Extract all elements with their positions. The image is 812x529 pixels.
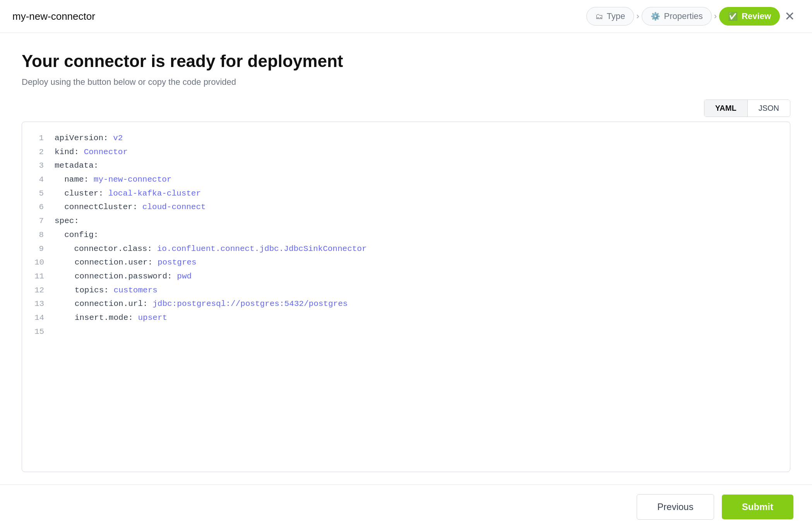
code-container[interactable]: 1 apiVersion: v2 2 kind: Connector 3 met… — [22, 122, 790, 472]
code-line-1: 1 apiVersion: v2 — [34, 131, 778, 145]
previous-button[interactable]: Previous — [637, 494, 714, 520]
code-line-3: 3 metadata: — [34, 159, 778, 173]
line-num-13: 13 — [34, 297, 55, 311]
code-line-12: 12 topics: customers — [34, 283, 778, 297]
line-num-2: 2 — [34, 145, 55, 159]
code-line-10: 10 connection.user: postgres — [34, 256, 778, 270]
line-content-5: cluster: local-kafka-cluster — [55, 187, 201, 201]
connector-title: my-new-connector — [12, 10, 95, 22]
code-line-8: 8 config: — [34, 228, 778, 242]
line-num-11: 11 — [34, 270, 55, 283]
json-button[interactable]: JSON — [748, 100, 790, 117]
line-num-15: 15 — [34, 325, 55, 339]
chevron-icon-2: › — [714, 11, 717, 21]
line-num-7: 7 — [34, 214, 55, 228]
step-review-label: Review — [742, 11, 771, 21]
submit-button[interactable]: Submit — [722, 495, 793, 519]
line-content-3: metadata: — [55, 159, 98, 173]
line-num-5: 5 — [34, 187, 55, 201]
line-num-14: 14 — [34, 311, 55, 325]
step-review[interactable]: ✅ Review — [719, 7, 780, 26]
gear-icon: ⚙️ — [651, 12, 660, 21]
page-subtitle: Deploy using the button below or copy th… — [22, 77, 790, 87]
line-num-8: 8 — [34, 228, 55, 242]
line-content-11: connection.password: pwd — [55, 270, 192, 283]
line-content-10: connection.user: postgres — [55, 256, 196, 270]
line-content-12: topics: customers — [55, 283, 158, 297]
code-line-15: 15 — [34, 325, 778, 339]
chevron-icon-1: › — [636, 11, 639, 21]
line-num-4: 4 — [34, 173, 55, 187]
code-line-11: 11 connection.password: pwd — [34, 270, 778, 283]
code-line-4: 4 name: my-new-connector — [34, 173, 778, 187]
step-type-label: Type — [607, 11, 625, 21]
line-num-6: 6 — [34, 200, 55, 214]
line-content-7: spec: — [55, 214, 79, 228]
line-content-8: config: — [55, 228, 98, 242]
code-line-9: 9 connector.class: io.confluent.connect.… — [34, 242, 778, 256]
code-line-6: 6 connectCluster: cloud-connect — [34, 200, 778, 214]
header: my-new-connector 🗂 Type › ⚙️ Properties … — [0, 0, 812, 33]
close-button[interactable]: ✕ — [780, 9, 800, 24]
format-toggle: YAML JSON — [704, 100, 790, 117]
line-num-10: 10 — [34, 256, 55, 270]
check-circle-icon: ✅ — [728, 12, 738, 21]
line-content-13: connection.url: jdbc:postgresql://postgr… — [55, 297, 348, 311]
line-content-14: insert.mode: upsert — [55, 311, 167, 325]
line-num-1: 1 — [34, 131, 55, 145]
code-line-14: 14 insert.mode: upsert — [34, 311, 778, 325]
line-num-3: 3 — [34, 159, 55, 173]
line-content-2: kind: Connector — [55, 145, 128, 159]
code-line-2: 2 kind: Connector — [34, 145, 778, 159]
main-content: Your connector is ready for deployment D… — [0, 33, 812, 484]
step-properties[interactable]: ⚙️ Properties — [642, 7, 712, 26]
layers-icon: 🗂 — [595, 12, 603, 21]
line-content-1: apiVersion: v2 — [55, 131, 123, 145]
code-line-5: 5 cluster: local-kafka-cluster — [34, 187, 778, 201]
footer: Previous Submit — [0, 484, 812, 529]
step-type[interactable]: 🗂 Type — [586, 7, 634, 26]
code-line-13: 13 connection.url: jdbc:postgresql://pos… — [34, 297, 778, 311]
line-content-9: connector.class: io.confluent.connect.jd… — [55, 242, 367, 256]
line-content-4: name: my-new-connector — [55, 173, 171, 187]
step-navigation: 🗂 Type › ⚙️ Properties › ✅ Review ✕ — [586, 7, 800, 26]
line-num-12: 12 — [34, 283, 55, 297]
page-title: Your connector is ready for deployment — [22, 52, 790, 71]
code-line-7: 7 spec: — [34, 214, 778, 228]
line-content-6: connectCluster: cloud-connect — [55, 200, 206, 214]
line-num-9: 9 — [34, 242, 55, 256]
step-properties-label: Properties — [664, 11, 703, 21]
yaml-button[interactable]: YAML — [704, 100, 748, 117]
code-block: 1 apiVersion: v2 2 kind: Connector 3 met… — [22, 122, 790, 348]
